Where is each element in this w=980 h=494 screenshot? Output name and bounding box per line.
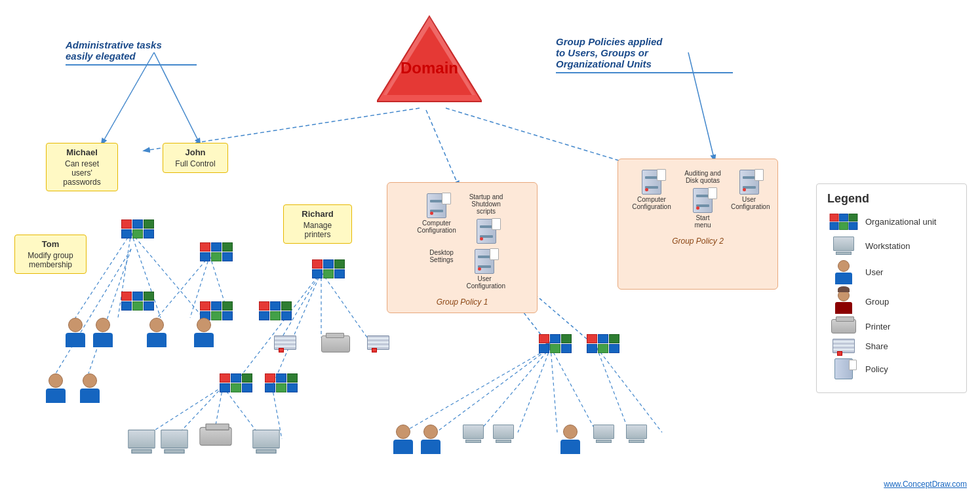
legend-item-printer: Printer — [827, 319, 956, 333]
tom-name: Tom — [22, 239, 79, 249]
gp1-server-1 — [427, 193, 446, 218]
ou-node-3 — [121, 292, 154, 311]
ws-bl3 — [256, 432, 277, 451]
svg-line-2 — [426, 110, 459, 187]
legend-user-icon — [827, 260, 860, 284]
legend-panel: Legend Organizational unit — [816, 183, 967, 393]
legend-item-group: Group — [827, 290, 956, 314]
legend-printer-icon — [827, 319, 860, 333]
user-body-3 — [147, 333, 167, 347]
svg-line-11 — [88, 249, 131, 373]
legend-item-workstation: Workstation — [827, 237, 956, 255]
ou-node-6 — [312, 259, 345, 278]
user-5 — [46, 373, 66, 403]
user-body-1 — [66, 333, 85, 347]
richard-box: Richard Manageprinters — [283, 204, 352, 244]
gp2-server-1 — [642, 170, 661, 195]
ou-icon-6 — [312, 259, 345, 278]
svg-line-23 — [233, 272, 321, 387]
gp2-auditing-area: Auditing andDisk quotas Startmenu — [680, 170, 726, 229]
legend-policy-icon — [827, 358, 860, 379]
gp2-uc-label: UserConfiguration — [731, 196, 767, 210]
user-6 — [80, 373, 100, 403]
legend-item-ou: Organizational unit — [827, 212, 956, 231]
svg-line-25 — [403, 347, 551, 432]
left-header: Administrative taskseasily elegated — [66, 39, 197, 66]
gp1-title: Group Policy 1 — [393, 297, 532, 307]
share-icon-1 — [274, 335, 296, 350]
legend-item-share: Share — [827, 339, 956, 353]
user-2 — [93, 318, 113, 347]
legend-item-policy: Policy — [827, 358, 956, 379]
ws-4 — [626, 425, 647, 443]
gp1-startup-label: Startup andShutdownscripts — [463, 193, 509, 244]
ou-node-2 — [200, 242, 233, 261]
user-head-4 — [197, 318, 211, 332]
printer-bl — [203, 429, 228, 444]
right-header: Group Policies appliedto Users, Groups o… — [556, 36, 733, 73]
svg-line-24 — [272, 272, 321, 387]
legend-group-label: Group — [865, 297, 889, 307]
domain-label: Domain — [401, 59, 458, 77]
legend-ou-icon — [827, 212, 860, 231]
ws-2 — [493, 425, 514, 443]
ws-3 — [593, 425, 614, 443]
richard-name: Richard — [290, 209, 345, 219]
user-r2 — [421, 425, 441, 454]
ou-node-8 — [265, 373, 298, 392]
svg-line-22 — [321, 272, 367, 337]
legend-share-icon — [827, 339, 860, 353]
user-body-5 — [46, 389, 66, 403]
legend-share-label: Share — [865, 341, 888, 351]
user-body-6 — [80, 389, 100, 403]
legend-user-label: User — [865, 267, 883, 277]
john-box: John Full Control — [163, 143, 228, 173]
svg-line-30 — [551, 347, 597, 432]
gp2-server-3 — [739, 170, 759, 195]
gp2-box: ComputerConfiguration Auditing andDisk q… — [617, 159, 778, 290]
ou-node-5 — [259, 301, 292, 320]
ou-icon-8 — [265, 373, 298, 392]
svg-line-29 — [551, 347, 557, 432]
gp2-computer-config: ComputerConfiguration — [629, 170, 675, 229]
ws-1 — [463, 425, 484, 443]
michael-box: Michael Can resetusers'passwords — [46, 143, 118, 191]
tom-box: Tom Modify groupmembership — [14, 235, 87, 274]
svg-line-31 — [597, 347, 629, 432]
gp1-server-2 — [477, 219, 496, 244]
ou-icon-r2 — [587, 334, 619, 353]
gp2-server-2 — [693, 188, 713, 213]
svg-line-26 — [436, 347, 551, 432]
ou-icon-r1 — [539, 334, 572, 353]
user-head-2 — [96, 318, 110, 332]
legend-ws-label: Workstation — [865, 241, 910, 251]
user-head-1 — [68, 318, 83, 332]
user-r1 — [393, 425, 413, 454]
gp1-box: ComputerConfiguration Startup andShutdow… — [387, 182, 538, 313]
diagram-canvas: Domain Administrative taskseasily elegat… — [0, 0, 980, 494]
share-icon-2 — [367, 335, 389, 350]
domain-node: Domain — [377, 13, 482, 105]
michael-desc: Can resetusers'passwords — [53, 159, 111, 187]
gp1-cc-label: ComputerConfiguration — [416, 219, 458, 234]
user-body-2 — [93, 333, 113, 347]
ou-node-1 — [121, 219, 154, 238]
richard-desc: Manageprinters — [290, 221, 345, 239]
ou-icon-7 — [220, 373, 252, 392]
ou-icon-1 — [121, 219, 154, 238]
ou-icon-2 — [200, 242, 233, 261]
gp1-server-3 — [475, 249, 494, 274]
user-head-5 — [49, 373, 63, 388]
ou-icon-5 — [259, 301, 292, 320]
tom-desc: Modify groupmembership — [22, 251, 79, 269]
user-1 — [66, 318, 85, 347]
svg-line-3 — [102, 52, 154, 144]
gp2-title: Group Policy 2 — [623, 237, 772, 246]
michael-name: Michael — [53, 147, 111, 157]
svg-line-32 — [597, 347, 662, 432]
gp2-user-config: UserConfiguration — [731, 170, 767, 229]
svg-line-28 — [518, 347, 551, 432]
legend-title: Legend — [827, 192, 956, 206]
legend-policy-label: Policy — [865, 364, 888, 374]
gp1-content: ComputerConfiguration Startup andShutdow… — [393, 188, 532, 295]
